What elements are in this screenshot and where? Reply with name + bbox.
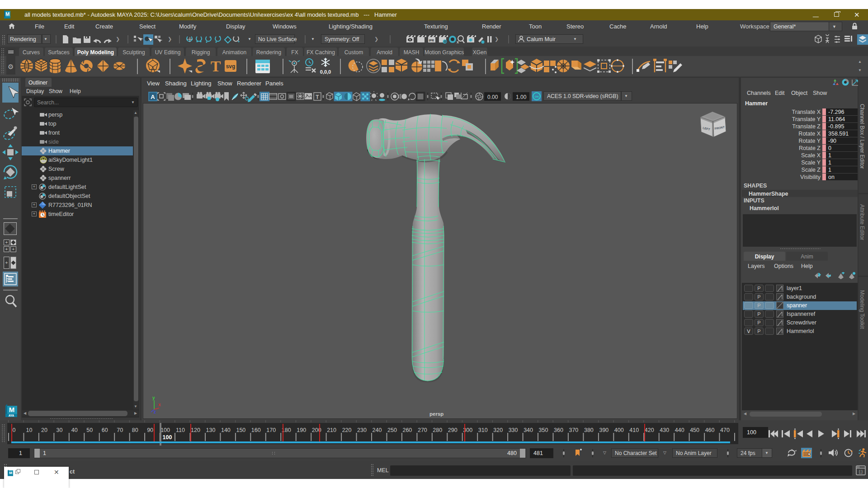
svg-text:0: 0 bbox=[13, 427, 16, 433]
svg-text:250: 250 bbox=[387, 427, 397, 433]
svg-text:380: 380 bbox=[584, 427, 594, 433]
svg-text:120: 120 bbox=[191, 427, 200, 433]
svg-text:430: 430 bbox=[660, 427, 669, 433]
svg-text:450: 450 bbox=[690, 427, 699, 433]
svg-text:70: 70 bbox=[117, 427, 123, 433]
svg-text:20: 20 bbox=[41, 427, 47, 433]
svg-text:IPR: IPR bbox=[429, 39, 434, 42]
svg-text:svg: svg bbox=[226, 63, 236, 70]
svg-text:150: 150 bbox=[236, 427, 245, 433]
svg-text:10: 10 bbox=[26, 427, 33, 433]
svg-text:220: 220 bbox=[342, 427, 352, 433]
svg-text:160: 160 bbox=[251, 427, 261, 433]
svg-text:0,0,0: 0,0,0 bbox=[320, 69, 331, 75]
svg-text:M: M bbox=[9, 471, 12, 475]
svg-text:T: T bbox=[211, 58, 221, 75]
svg-text:130: 130 bbox=[206, 427, 216, 433]
svg-text:210: 210 bbox=[327, 427, 336, 433]
svg-text:470: 470 bbox=[720, 427, 730, 433]
svg-text:440: 440 bbox=[675, 427, 684, 433]
svg-text:230: 230 bbox=[357, 427, 367, 433]
svg-text:z: z bbox=[154, 409, 156, 414]
svg-text:60: 60 bbox=[102, 427, 108, 433]
svg-text:370: 370 bbox=[569, 427, 578, 433]
svg-text:140: 140 bbox=[221, 427, 231, 433]
svg-text:⚙: ⚙ bbox=[443, 40, 447, 44]
svg-text:T: T bbox=[316, 94, 319, 100]
svg-text:390: 390 bbox=[599, 427, 609, 433]
svg-text:240: 240 bbox=[373, 427, 382, 433]
svg-text:y: y bbox=[152, 395, 155, 400]
svg-text:190: 190 bbox=[297, 427, 306, 433]
svg-text:{;}: {;} bbox=[859, 469, 863, 474]
svg-text:340: 340 bbox=[524, 427, 533, 433]
svg-text:90: 90 bbox=[147, 427, 153, 433]
svg-text:290: 290 bbox=[448, 427, 458, 433]
svg-text:270: 270 bbox=[418, 427, 427, 433]
svg-text:x: x bbox=[457, 40, 459, 44]
svg-text:310: 310 bbox=[478, 427, 488, 433]
svg-text:360: 360 bbox=[554, 427, 563, 433]
svg-text:260: 260 bbox=[402, 427, 412, 433]
svg-text:M: M bbox=[5, 11, 9, 17]
svg-text:320: 320 bbox=[493, 427, 503, 433]
svg-text:M: M bbox=[9, 406, 15, 413]
svg-text:x: x bbox=[158, 402, 161, 407]
svg-text:40: 40 bbox=[71, 427, 78, 433]
svg-text:ON: ON bbox=[535, 95, 539, 98]
svg-text:110: 110 bbox=[176, 427, 185, 433]
svg-text:330: 330 bbox=[509, 427, 518, 433]
svg-text:80: 80 bbox=[132, 427, 138, 433]
svg-text:460: 460 bbox=[705, 427, 715, 433]
svg-text:280: 280 bbox=[433, 427, 442, 433]
svg-text:400: 400 bbox=[614, 427, 624, 433]
svg-text:50: 50 bbox=[86, 427, 93, 433]
svg-text:AYA: AYA bbox=[9, 414, 14, 417]
svg-text:A: A bbox=[151, 94, 155, 100]
svg-text:30: 30 bbox=[56, 427, 62, 433]
svg-text:420: 420 bbox=[645, 427, 654, 433]
svg-text:100: 100 bbox=[163, 434, 172, 441]
svg-text:350: 350 bbox=[539, 427, 548, 433]
svg-text:170: 170 bbox=[266, 427, 276, 433]
svg-text:410: 410 bbox=[629, 427, 639, 433]
svg-text:100: 100 bbox=[160, 427, 170, 433]
